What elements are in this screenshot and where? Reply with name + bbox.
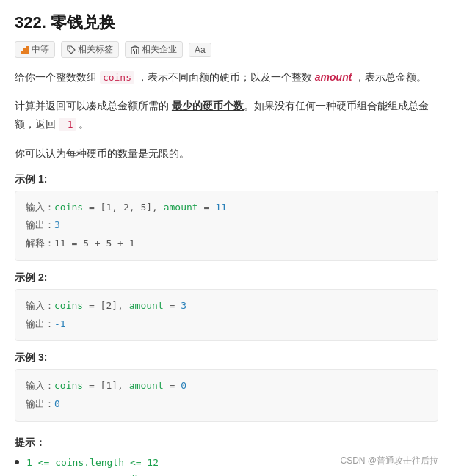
example-1-output: 输出：3 <box>26 216 427 235</box>
tag-difficulty[interactable]: 中等 <box>15 41 55 58</box>
footer-text: CSDN @普通攻击往后拉 <box>340 455 438 467</box>
bar-icon <box>21 45 29 54</box>
svg-rect-0 <box>21 51 23 54</box>
svg-rect-8 <box>136 49 137 51</box>
example-1: 示例 1: 输入：coins = [1, 2, 5], amount = 11 … <box>15 173 438 261</box>
example-3-title: 示例 3: <box>15 351 438 365</box>
svg-rect-6 <box>136 51 137 54</box>
svg-rect-7 <box>133 49 134 51</box>
example-1-explain: 解释：11 = 5 + 5 + 1 <box>26 235 427 253</box>
hint-2-text: 1 <= coins[i] <= 231 - 1 <box>26 474 162 476</box>
example-2: 示例 2: 输入：coins = [2], amount = 3 输出：-1 <box>15 271 438 341</box>
hint-1-text: 1 <= coins.length <= 12 <box>26 457 159 468</box>
svg-point-3 <box>69 47 70 48</box>
description-3: 你可以认为每种硬币的数量是无限的。 <box>15 144 438 163</box>
svg-rect-1 <box>23 48 26 54</box>
hint-item-2: 1 <= coins[i] <= 231 - 1 <box>15 474 438 476</box>
tag-related-tags[interactable]: 相关标签 <box>61 41 119 58</box>
example-3-code: 输入：coins = [1], amount = 0 输出：0 <box>15 369 438 421</box>
example-2-code: 输入：coins = [2], amount = 3 输出：-1 <box>15 289 438 341</box>
tag-difficulty-label: 中等 <box>32 43 49 56</box>
example-3: 示例 3: 输入：coins = [1], amount = 0 输出：0 <box>15 351 438 421</box>
tag-icon <box>67 45 76 54</box>
example-2-input: 输入：coins = [2], amount = 3 <box>26 297 427 315</box>
example-1-code: 输入：coins = [1, 2, 5], amount = 11 输出：3 解… <box>15 191 438 261</box>
example-2-title: 示例 2: <box>15 271 438 285</box>
bullet-icon <box>15 460 19 464</box>
building-icon <box>131 45 139 54</box>
description-1: 给你一个整数数组 coins ，表示不同面额的硬币；以及一个整数 amount … <box>15 68 438 87</box>
svg-rect-2 <box>26 46 29 54</box>
tag-font[interactable]: Aa <box>189 43 211 57</box>
tag-company[interactable]: 相关企业 <box>125 41 183 58</box>
hint-1-link[interactable]: 1 <= coins.length <= 12 <box>26 457 159 468</box>
example-1-title: 示例 1: <box>15 173 438 186</box>
tag-font-label: Aa <box>195 45 206 55</box>
example-1-input: 输入：coins = [1, 2, 5], amount = 11 <box>26 199 427 217</box>
tag-company-label: 相关企业 <box>142 43 177 56</box>
hints-title: 提示： <box>15 436 438 450</box>
tag-bar: 中等 相关标签 相关企业 Aa <box>15 41 438 58</box>
example-3-output: 输出：0 <box>26 395 427 414</box>
svg-rect-5 <box>134 51 135 54</box>
example-3-input: 输入：coins = [1], amount = 0 <box>26 377 427 395</box>
description-2: 计算并返回可以凑成总金额所需的 最少的硬币个数。如果没有任何一种硬币组合能组成总… <box>15 97 438 133</box>
page-title: 322. 零钱兑换 <box>15 12 438 34</box>
tag-related-tags-label: 相关标签 <box>78 43 113 56</box>
example-2-output: 输出：-1 <box>26 315 427 334</box>
